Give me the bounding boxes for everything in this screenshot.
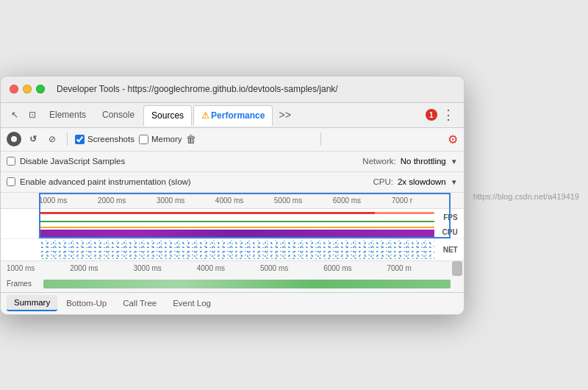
- tab-console[interactable]: Console: [95, 105, 142, 124]
- cpu-track-label: CPU: [442, 227, 458, 235]
- cpu-label: CPU:: [373, 177, 392, 186]
- bottom-ruler-label-1: 1000 ms: [7, 264, 70, 272]
- dock-icon-button[interactable]: ⊡: [24, 107, 40, 123]
- options-left-1: Disable JavaScript Samples: [7, 157, 125, 166]
- fps-label: FPS: [443, 213, 457, 221]
- cpu-track: CPU: [1, 225, 464, 238]
- divider-1: [67, 132, 68, 146]
- memory-checkbox-label[interactable]: Memory: [139, 135, 182, 144]
- net-label: NET: [443, 246, 458, 254]
- tab-event-log[interactable]: Event Log: [165, 296, 218, 311]
- settings-icon[interactable]: ⚙: [448, 132, 458, 146]
- error-badge-area: 1: [426, 109, 437, 121]
- close-button[interactable]: [10, 85, 18, 93]
- fps-track: FPS: [1, 209, 464, 225]
- bottom-timeline: 1000 ms 2000 ms 3000 ms 4000 ms 5000 ms …: [1, 260, 464, 292]
- net-bar: [39, 239, 434, 260]
- error-count: 1: [429, 111, 434, 119]
- ruler-label-3: 3000 ms: [157, 196, 215, 205]
- options-left-2: Enable advanced paint instrumentation (s…: [7, 177, 191, 186]
- delete-button[interactable]: 🗑: [186, 133, 196, 145]
- ruler-label-4: 4000 ms: [215, 196, 274, 205]
- frames-bar: [43, 280, 451, 288]
- record-inner: [11, 136, 17, 142]
- window-title: Developer Tools - https://googlechrome.g…: [57, 84, 455, 94]
- maximize-button[interactable]: [36, 85, 45, 93]
- tab-summary[interactable]: Summary: [7, 295, 57, 311]
- more-tabs-button[interactable]: >>: [274, 109, 295, 121]
- memory-checkbox[interactable]: [139, 135, 148, 144]
- memory-label: Memory: [151, 135, 182, 143]
- options-row-2: Enable advanced paint instrumentation (s…: [1, 172, 464, 193]
- bottom-ruler-label-4: 4000 ms: [197, 264, 260, 272]
- cpu-yellow-line: [39, 227, 434, 228]
- bottom-ruler-label-5: 5000 ms: [260, 264, 323, 272]
- fps-red-bar: [39, 212, 434, 214]
- bottom-ruler-labels: 1000 ms 2000 ms 3000 ms 4000 ms 5000 ms …: [7, 264, 451, 272]
- scrollbar-thumb[interactable]: [452, 261, 462, 276]
- error-count-icon: 1: [426, 109, 437, 121]
- devtools-menu-button[interactable]: ⋮: [439, 108, 458, 121]
- ruler-label-1: 1000 ms: [39, 196, 98, 205]
- cpu-purple-bar: [39, 230, 434, 238]
- divider-2: [320, 132, 321, 146]
- bottom-ruler-label-2: 2000 ms: [70, 264, 133, 272]
- warning-icon: ⚠: [201, 110, 209, 121]
- frames-label: Frames: [7, 280, 43, 288]
- inspect-icon-button[interactable]: ↖: [7, 107, 23, 123]
- watermark: https://blog.csdn.net/a419419: [465, 188, 588, 202]
- timeline-area: 1000 ms 2000 ms 3000 ms 4000 ms 5000 ms …: [1, 193, 464, 260]
- fps-green-line: [39, 221, 434, 222]
- options-right-1: Network: No throttling ▼: [362, 157, 457, 166]
- screenshots-label: Screenshots: [87, 135, 135, 143]
- cpu-bar: [39, 225, 434, 238]
- options-row-1: Disable JavaScript Samples Network: No t…: [1, 152, 464, 172]
- tab-bar: ↖ ⊡ Elements Console Sources ⚠Performanc…: [1, 103, 464, 128]
- frames-row: Frames: [1, 276, 464, 292]
- record-button[interactable]: [7, 132, 21, 146]
- screenshots-checkbox-label[interactable]: Screenshots: [75, 135, 135, 144]
- bottom-tab-bar: Summary Bottom-Up Call Tree Event Log: [1, 292, 464, 314]
- net-dots: [39, 241, 434, 260]
- tab-call-tree[interactable]: Call Tree: [115, 296, 164, 311]
- bottom-ruler-label-7: 7000 m: [387, 264, 450, 272]
- network-label: Network:: [362, 157, 395, 166]
- network-dropdown-arrow[interactable]: ▼: [451, 157, 458, 166]
- ruler-label-2: 2000 ms: [98, 196, 157, 205]
- clear-button[interactable]: ⊘: [45, 132, 60, 146]
- devtools-window: Developer Tools - https://googlechrome.g…: [0, 76, 465, 315]
- ruler-label-7: 7000 r: [392, 196, 451, 205]
- ruler-labels: 1000 ms 2000 ms 3000 ms 4000 ms 5000 ms …: [39, 196, 451, 205]
- timeline-ruler: 1000 ms 2000 ms 3000 ms 4000 ms 5000 ms …: [1, 193, 464, 209]
- bottom-ruler-label-6: 6000 ms: [323, 264, 387, 272]
- traffic-lights: [10, 85, 45, 93]
- cpu-value: 2x slowdown: [398, 177, 446, 186]
- tab-bottom-up[interactable]: Bottom-Up: [59, 296, 114, 311]
- bottom-ruler-label-3: 3000 ms: [133, 264, 196, 272]
- tab-sources[interactable]: Sources: [143, 105, 192, 126]
- cpu-dropdown-arrow[interactable]: ▼: [451, 178, 458, 186]
- ruler-label-6: 6000 ms: [333, 196, 392, 205]
- fps-bar: [39, 209, 434, 225]
- title-bar: Developer Tools - https://googlechrome.g…: [1, 77, 464, 103]
- tab-elements[interactable]: Elements: [42, 105, 93, 124]
- advanced-paint-label: Enable advanced paint instrumentation (s…: [20, 177, 191, 186]
- screenshots-checkbox[interactable]: [75, 135, 85, 144]
- disable-js-label: Disable JavaScript Samples: [20, 157, 125, 166]
- toolbar: ↺ ⊘ Screenshots Memory 🗑 ⚙: [1, 128, 464, 152]
- minimize-button[interactable]: [23, 85, 32, 93]
- reload-button[interactable]: ↺: [26, 132, 40, 146]
- disable-js-checkbox[interactable]: [7, 157, 15, 166]
- network-value: No throttling: [401, 157, 446, 166]
- options-right-2: CPU: 2x slowdown ▼: [373, 177, 457, 186]
- ruler-label-5: 5000 ms: [274, 196, 333, 205]
- advanced-paint-checkbox[interactable]: [7, 177, 15, 186]
- bottom-ruler: 1000 ms 2000 ms 3000 ms 4000 ms 5000 ms …: [1, 261, 464, 276]
- net-track: NET: [1, 238, 464, 260]
- tab-performance[interactable]: ⚠Performance: [193, 105, 273, 126]
